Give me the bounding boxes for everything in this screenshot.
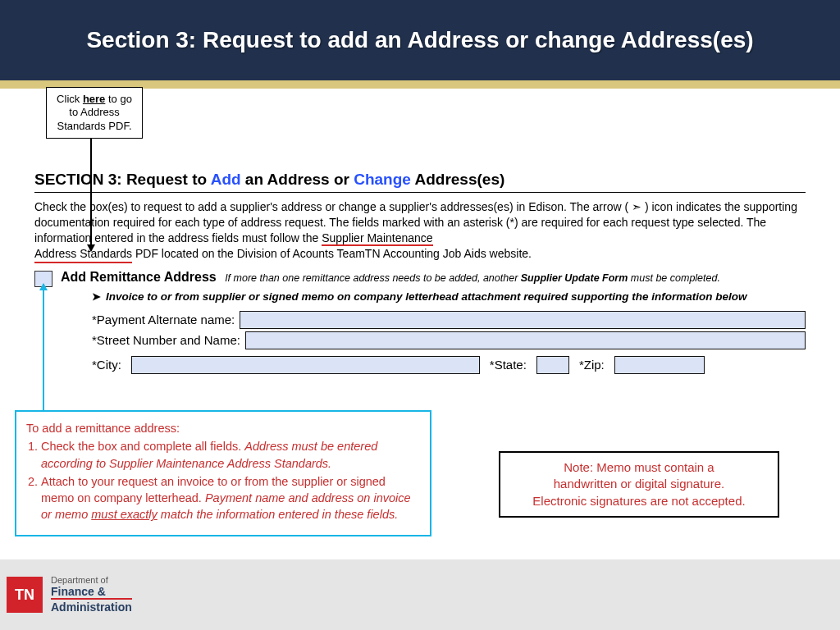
underlined-1: Supplier Maintenance <box>322 231 432 246</box>
sec-prefix: SECTION 3: Request to <box>34 171 211 188</box>
arrow-up-icon <box>43 284 44 410</box>
underlined-2: Address Standards <box>34 246 132 263</box>
memo-note: Note: Memo must contain a handwritten or… <box>499 451 779 518</box>
page-title: Section 3: Request to add an Address or … <box>86 27 753 53</box>
s1a: Check the box and complete all fields. <box>41 440 244 453</box>
sec-change: Change <box>354 171 411 188</box>
note-pre: If more than one remittance address need… <box>225 272 521 284</box>
add-remittance-text: Add Remittance Address If more than one … <box>61 270 720 285</box>
section-heading: SECTION 3: Request to Add an Address or … <box>34 171 806 189</box>
add-remittance-row: Add Remittance Address If more than one … <box>34 270 806 287</box>
payment-name-label: *Payment Alternate name: <box>92 313 235 326</box>
callout-link[interactable]: here <box>83 93 105 105</box>
arrow-glyph-icon: ➣ <box>632 200 641 213</box>
note-l1: Note: Memo must contain a <box>509 459 769 476</box>
arrow-down-icon <box>90 138 92 251</box>
step-2: Attach to your request an invoice to or … <box>41 473 420 523</box>
callout-address-standards: Click here to go to Address Standards PD… <box>46 87 143 139</box>
content: Click here to go to Address Standards PD… <box>0 89 840 374</box>
zip-input[interactable] <box>614 356 705 374</box>
state-input[interactable] <box>536 356 569 374</box>
s2b-post: match the information entered in these f… <box>158 508 398 521</box>
step-1: Check the box and complete all fields. A… <box>41 438 420 472</box>
invoice-requirement: ➤Invoice to or from supplier or signed m… <box>92 290 806 303</box>
dept-block: Department of Finance & Administration <box>51 575 132 615</box>
intro-paragraph: Check the box(es) to request to add a su… <box>34 199 806 263</box>
city-state-zip-row: *City: *State: *Zip: <box>92 356 806 374</box>
street-label: *Street Number and Name: <box>92 333 240 347</box>
rule <box>34 192 806 193</box>
add-note: If more than one remittance address need… <box>225 272 720 284</box>
note-post: must be completed. <box>628 272 720 284</box>
footer: TN Department of Finance & Administratio… <box>0 559 840 630</box>
callout-pre: Click <box>57 93 83 105</box>
zip-label: *Zip: <box>579 358 605 372</box>
p1a: Check the box(es) to request to add a su… <box>34 200 632 213</box>
street-row: *Street Number and Name: <box>92 331 806 349</box>
city-label: *City: <box>92 358 121 372</box>
sec-add: Add <box>211 171 241 188</box>
dept-admin: Administration <box>51 598 132 614</box>
tn-badge: TN <box>7 577 43 613</box>
wedge-icon: ➤ <box>92 290 101 303</box>
callout-remittance-steps: To add a remittance address: Check the b… <box>15 410 431 536</box>
s2b-u: must exactly <box>91 508 158 521</box>
p1c: PDF located on the Division of Acounts T… <box>132 247 532 260</box>
note-l2: handwritten or digital signature. <box>509 476 769 492</box>
sec-suffix: Address(es) <box>411 171 504 188</box>
note-l3: Electronic signatures are not accepted. <box>509 493 769 509</box>
sec-mid: an Address or <box>241 171 354 188</box>
street-input[interactable] <box>245 331 806 349</box>
state-label: *State: <box>490 358 527 372</box>
steps-lead: To add a remittance address: <box>26 420 420 436</box>
note-bold: Supplier Update Form <box>521 272 628 284</box>
city-input[interactable] <box>131 356 480 374</box>
dept-of: Department of <box>51 575 132 586</box>
payment-name-input[interactable] <box>240 311 806 329</box>
steps-list: Check the box and complete all fields. A… <box>41 438 420 523</box>
dept-finance: Finance & <box>51 585 132 598</box>
invoice-text: Invoice to or from supplier or signed me… <box>106 290 747 303</box>
banner: Section 3: Request to add an Address or … <box>0 0 840 80</box>
payment-name-row: *Payment Alternate name: <box>92 311 806 329</box>
add-title: Add Remittance Address <box>61 270 217 284</box>
